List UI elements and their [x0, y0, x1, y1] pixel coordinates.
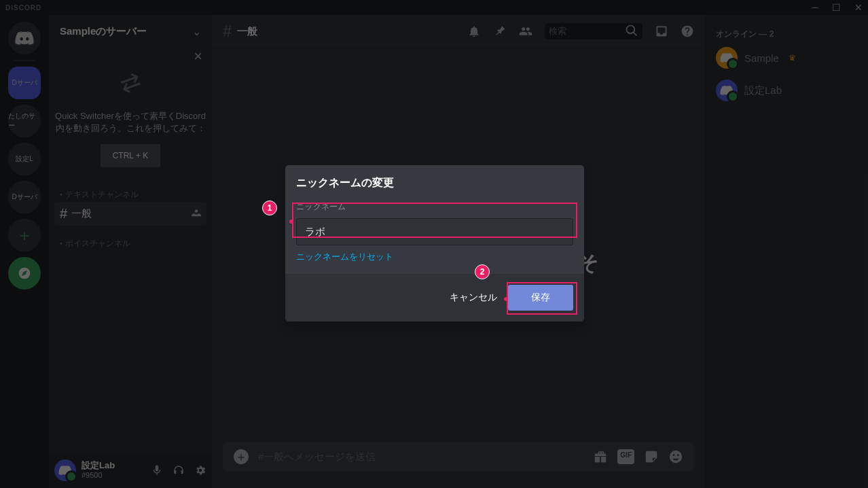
annotation-badge-2: 2 — [475, 264, 490, 279]
modal-title: ニックネームの変更 — [296, 176, 573, 190]
save-button[interactable]: 保存 — [508, 285, 573, 311]
nickname-input[interactable] — [296, 218, 573, 245]
nickname-modal: ニックネームの変更 ニックネーム ニックネームをリセット キャンセル 保存 1 … — [285, 165, 584, 321]
annotation-dot-1 — [289, 220, 293, 224]
annotation-badge-1: 1 — [262, 201, 277, 215]
annotation-dot-2 — [504, 297, 508, 301]
cancel-button[interactable]: キャンセル — [447, 286, 500, 309]
nickname-label: ニックネーム — [296, 201, 573, 213]
reset-nickname-link[interactable]: ニックネームをリセット — [296, 251, 393, 263]
